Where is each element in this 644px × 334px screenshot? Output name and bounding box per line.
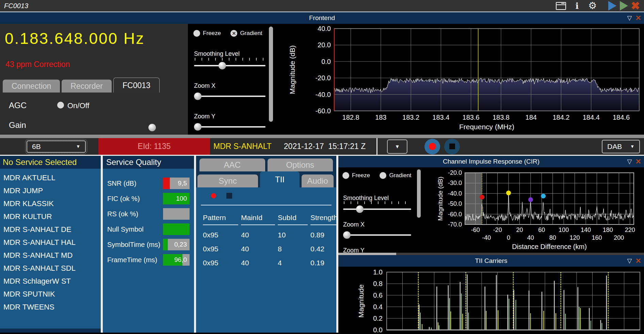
svg-text:120: 120 (570, 234, 580, 241)
horizontal-divider[interactable] (0, 135, 644, 138)
window-icon[interactable] (556, 2, 566, 10)
freeze-radio-circle[interactable] (193, 30, 200, 37)
collapse-icon[interactable]: ▽ (627, 255, 632, 267)
decoder-tabs-top: AACOptions (196, 156, 336, 171)
tii-table-cell: 0x95 (203, 239, 238, 253)
zoom-x-slider-thumb[interactable] (194, 93, 202, 100)
service-selection-header: No Service Selected (0, 156, 101, 169)
tab-fc0013[interactable]: FC0013 (113, 78, 160, 93)
tii-table: PatternMainIdSubIdStrength0x9540100.890x… (203, 214, 334, 267)
quality-bar: 100 (163, 193, 190, 204)
channel-select[interactable]: 6B ▼ (27, 140, 86, 153)
svg-text:0.0: 0.0 (321, 58, 331, 65)
tii-table-cell: 8 (278, 239, 308, 253)
controls-scrollbar[interactable] (269, 27, 273, 122)
tab-connection[interactable]: Connection (3, 80, 60, 93)
zoom-y-slider-thumb[interactable] (194, 123, 202, 131)
quality-value: 100 (176, 193, 187, 204)
svg-text:182.8: 182.8 (342, 114, 359, 121)
collapse-icon[interactable]: ▽ (627, 156, 632, 167)
cir-hscrollbar-thumb[interactable] (338, 253, 396, 255)
service-list-item[interactable]: MDR KULTUR (0, 210, 101, 223)
panel-close-icon[interactable]: ✕ (635, 156, 641, 167)
stop-icon (449, 144, 455, 149)
spectrum-controls: Freeze ✕ Gradient Smoothing Level Zoom X… (188, 24, 276, 135)
cir-hscrollbar[interactable] (338, 253, 644, 255)
collapse-icon[interactable]: ▽ (627, 12, 632, 24)
stop-button[interactable] (444, 139, 460, 154)
service-list-item[interactable]: MDR JUMP (0, 184, 101, 197)
smoothing-slider-thumb[interactable] (219, 62, 226, 69)
freeze-label: Freeze (203, 30, 221, 37)
svg-text:80: 80 (549, 234, 556, 241)
info-icon[interactable]: ℹ (576, 2, 579, 10)
tab-audio[interactable]: Audio (302, 174, 334, 187)
cir-zoom-x-slider[interactable] (343, 231, 411, 239)
gradient-radio[interactable]: ✕ Gradient (230, 30, 262, 37)
tii-panel-title: TII Carriers (475, 257, 508, 264)
service-list-item[interactable]: MDR S-ANHALT MD (0, 249, 101, 262)
smoothing-slider[interactable] (194, 62, 265, 69)
tab-sync[interactable]: Sync (197, 174, 258, 187)
service-list-item[interactable]: MDR KLASSIK (0, 197, 101, 210)
mode-select[interactable]: DAB ▼ (602, 140, 640, 153)
svg-text:-60.0: -60.0 (315, 107, 331, 115)
cir-controls-scrollbar[interactable] (417, 169, 421, 218)
zoom-x-slider[interactable] (194, 93, 265, 100)
svg-text:40.0: 40.0 (318, 25, 331, 32)
gain-slider-thumb[interactable] (148, 124, 156, 131)
tii-table-cell: 0x95 (203, 253, 238, 267)
svg-text:0.0: 0.0 (373, 326, 383, 333)
close-icon[interactable]: ✖ (631, 1, 640, 11)
cir-zoom-x-slider-thumb[interactable] (343, 231, 351, 239)
play-green-icon[interactable] (620, 1, 628, 11)
cir-gradient-radio-circle[interactable] (380, 172, 386, 179)
window-title: FC0013 (4, 2, 28, 10)
dropdown-button[interactable]: ▼ (387, 139, 407, 154)
record-button[interactable] (424, 139, 440, 154)
svg-text:0.8: 0.8 (373, 280, 383, 287)
svg-text:184.2: 184.2 (552, 114, 569, 121)
quality-row: RS (ok %) (103, 208, 194, 220)
cir-smoothing-slider[interactable] (343, 205, 411, 213)
cir-gradient-radio[interactable]: Gradient (380, 172, 411, 179)
cir-freeze-radio-circle[interactable] (342, 172, 349, 179)
red-indicator-icon (211, 193, 216, 198)
svg-text:-40: -40 (482, 234, 491, 241)
svg-text:100: 100 (559, 227, 569, 233)
service-list-item[interactable]: MDR TWEENS (0, 301, 101, 314)
svg-text:Frequency (MHz): Frequency (MHz) (459, 123, 514, 131)
freeze-radio[interactable]: Freeze (193, 30, 221, 37)
service-list-item[interactable]: MDR S-ANHALT DE (0, 223, 101, 236)
cir-smoothing-slider-thumb[interactable] (356, 205, 364, 213)
play-blue-icon[interactable] (608, 1, 616, 11)
tab-options[interactable]: Options (268, 158, 333, 171)
svg-text:184: 184 (526, 114, 537, 121)
svg-text:-40.0: -40.0 (448, 190, 462, 197)
service-list-item[interactable]: MDR AKTUELL (0, 171, 101, 184)
tii-table-cell: 10 (278, 225, 308, 239)
channel-value: 6B (32, 143, 41, 151)
agc-radio[interactable] (57, 102, 64, 108)
gradient-radio-circle[interactable]: ✕ (230, 30, 237, 37)
svg-text:183.8: 183.8 (493, 114, 510, 121)
service-list-item[interactable]: MDR S-ANHALT HAL (0, 236, 101, 249)
gain-label: Gain (9, 120, 26, 130)
cir-panel-header: Channel Impulse Response (CIR) ▽ ✕ (338, 156, 644, 167)
panel-close-icon[interactable]: ✕ (635, 255, 641, 267)
quality-row: FrameTime (ms)96,0 (103, 254, 194, 266)
panel-close-icon[interactable]: ✕ (635, 12, 641, 24)
quality-row: Null Symbol (103, 223, 194, 235)
tab-recorder[interactable]: Recorder (62, 80, 112, 93)
zoom-y-slider[interactable] (194, 123, 265, 131)
decoder-panel: AACOptions SyncTIIAudio PatternMainIdSub… (196, 156, 336, 333)
svg-text:20.0: 20.0 (318, 41, 331, 49)
tab-aac[interactable]: AAC (199, 158, 265, 171)
service-list-item[interactable]: MDR SchlagerW ST (0, 275, 101, 288)
service-list-item[interactable]: MDR SPUTNIK (0, 288, 101, 301)
gear-icon[interactable]: ⚙ (588, 1, 597, 10)
tab-tii[interactable]: TII (260, 171, 300, 187)
frontend-panel-title: Frontend (309, 14, 335, 21)
service-list-item[interactable]: MDR S-ANHALT SDL (0, 262, 101, 275)
cir-freeze-radio[interactable]: Freeze (342, 172, 370, 179)
